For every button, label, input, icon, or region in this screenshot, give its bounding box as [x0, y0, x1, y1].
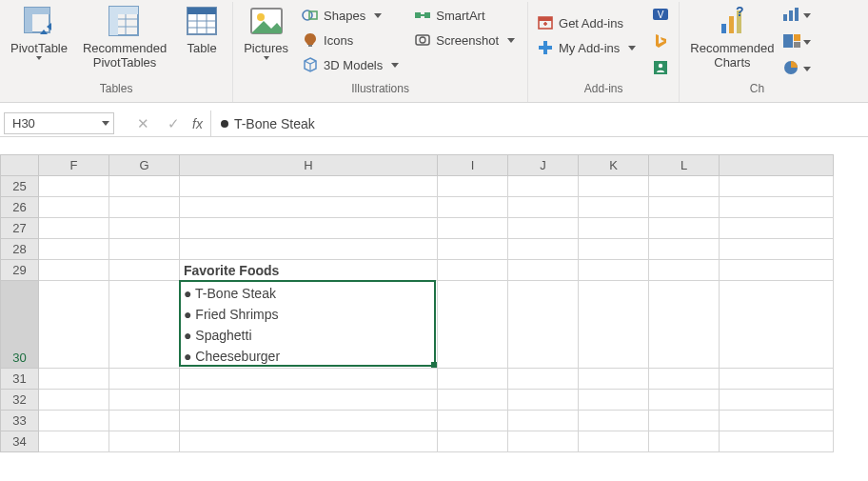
cell[interactable] [508, 239, 579, 260]
cell[interactable] [649, 218, 720, 239]
col-header-F[interactable]: F [39, 155, 109, 176]
cell[interactable] [39, 369, 109, 390]
cell[interactable] [508, 260, 579, 281]
cell[interactable] [720, 369, 834, 390]
cell[interactable] [649, 369, 720, 390]
get-addins-button[interactable]: Get Add-ins [534, 11, 642, 34]
pictures-button[interactable]: Pictures [239, 2, 293, 80]
cell[interactable] [579, 176, 649, 197]
cell[interactable] [109, 431, 180, 452]
icons-button[interactable]: Icons [299, 29, 405, 51]
cell[interactable] [39, 390, 109, 411]
cell[interactable] [579, 281, 649, 369]
cell[interactable] [109, 281, 180, 369]
cell[interactable] [180, 390, 438, 411]
select-all-corner[interactable] [1, 155, 39, 176]
smartart-button[interactable]: SmartArt [411, 4, 522, 27]
cell[interactable] [579, 390, 649, 411]
cell[interactable] [720, 197, 834, 218]
formula-input[interactable]: T-Bone Steak [210, 110, 868, 136]
cell[interactable] [109, 260, 180, 281]
cell[interactable] [438, 260, 508, 281]
cell[interactable] [508, 281, 579, 369]
cell[interactable] [579, 260, 649, 281]
fx-label[interactable]: fx [192, 115, 203, 131]
row-header[interactable]: 25 [1, 176, 39, 197]
cell[interactable] [39, 431, 109, 452]
row-header[interactable]: 26 [1, 197, 39, 218]
people-addin-button[interactable] [648, 57, 673, 80]
cell[interactable] [508, 176, 579, 197]
cell[interactable] [39, 260, 109, 281]
row-header[interactable]: 29 [1, 260, 39, 281]
cell[interactable] [39, 197, 109, 218]
cell[interactable] [720, 281, 834, 369]
col-header-H[interactable]: H [180, 155, 438, 176]
cell-H29[interactable]: Favorite Foods [180, 260, 438, 281]
pivottable-button[interactable]: PivotTable [6, 2, 72, 80]
cell[interactable] [720, 390, 834, 411]
shapes-button[interactable]: Shapes [299, 4, 405, 27]
col-header-I[interactable]: I [438, 155, 508, 176]
cell[interactable] [508, 390, 579, 411]
worksheet[interactable]: F G H I J K L 25 26 27 28 29Favorite Foo… [0, 154, 868, 452]
cell[interactable] [579, 369, 649, 390]
row-header[interactable]: 32 [1, 390, 39, 411]
cell[interactable] [109, 218, 180, 239]
cell[interactable] [438, 390, 508, 411]
screenshot-button[interactable]: Screenshot [411, 29, 522, 51]
row-header[interactable]: 33 [1, 411, 39, 431]
hierarchy-chart-button[interactable] [784, 30, 809, 53]
cell[interactable] [720, 176, 834, 197]
cell[interactable] [438, 431, 508, 452]
row-header[interactable]: 28 [1, 239, 39, 260]
cell[interactable] [649, 390, 720, 411]
col-header-G[interactable]: G [109, 155, 180, 176]
cell[interactable] [579, 431, 649, 452]
cell[interactable] [720, 431, 834, 452]
cell[interactable] [508, 218, 579, 239]
recommended-charts-button[interactable]: ? Recommended Charts [685, 2, 779, 80]
cell[interactable] [438, 281, 508, 369]
col-header-L[interactable]: L [649, 155, 720, 176]
cell[interactable] [508, 197, 579, 218]
column-chart-button[interactable] [784, 4, 809, 27]
cell[interactable] [109, 176, 180, 197]
cancel-formula-button[interactable]: ✕ [128, 111, 158, 136]
cell[interactable] [579, 197, 649, 218]
cell[interactable] [579, 239, 649, 260]
visio-addin-button[interactable]: V [648, 4, 673, 27]
cell[interactable] [109, 239, 180, 260]
bing-addin-button[interactable] [648, 30, 673, 53]
name-box[interactable]: H30 [4, 112, 114, 134]
my-addins-button[interactable]: My Add-ins [534, 36, 642, 59]
cell[interactable] [109, 390, 180, 411]
cell-H30[interactable]: ● T-Bone Steak ● Fried Shrimps ● Spaghet… [180, 281, 438, 369]
cell[interactable] [649, 281, 720, 369]
cell[interactable] [39, 218, 109, 239]
cell[interactable] [39, 281, 109, 369]
row-header[interactable]: 27 [1, 218, 39, 239]
cell[interactable] [39, 411, 109, 431]
cell[interactable] [109, 197, 180, 218]
recommended-pivottables-button[interactable]: Recommended PivotTables [78, 2, 171, 80]
table-button[interactable]: Table [177, 2, 227, 80]
col-header-J[interactable]: J [508, 155, 579, 176]
cell[interactable] [720, 411, 834, 431]
cell[interactable] [720, 260, 834, 281]
cell[interactable] [180, 176, 438, 197]
cell[interactable] [438, 197, 508, 218]
cell[interactable] [109, 369, 180, 390]
cell[interactable] [39, 239, 109, 260]
3d-models-button[interactable]: 3D Models [299, 53, 405, 76]
cell[interactable] [39, 176, 109, 197]
col-header-blank[interactable] [720, 155, 834, 176]
cell[interactable] [180, 431, 438, 452]
cell[interactable] [438, 239, 508, 260]
cell[interactable] [649, 197, 720, 218]
cell[interactable] [438, 218, 508, 239]
cell[interactable] [180, 369, 438, 390]
cell[interactable] [720, 239, 834, 260]
enter-formula-button[interactable]: ✓ [158, 111, 188, 136]
cell[interactable] [438, 176, 508, 197]
